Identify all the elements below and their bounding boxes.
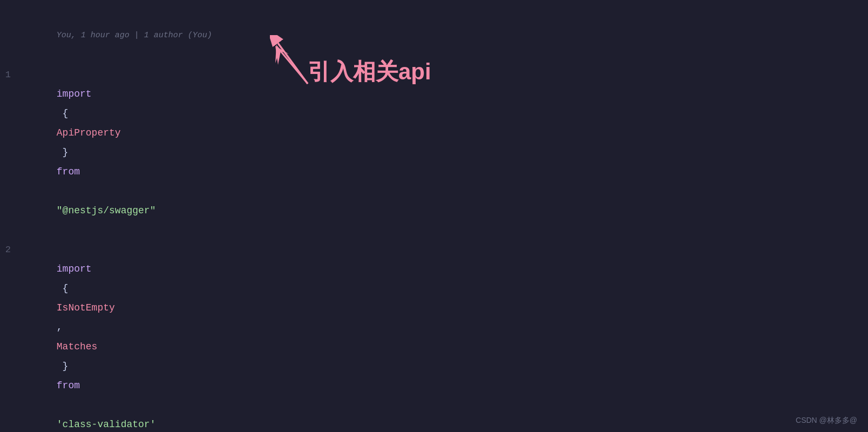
code-line-2: 2 import { IsNotEmpty , Matches } from '… bbox=[0, 240, 868, 432]
code-editor: You, 1 hour ago | 1 author (You) 1 impor… bbox=[0, 0, 868, 432]
blame-text-1: You, 1 hour ago | 1 author (You) bbox=[22, 5, 857, 65]
line-number-2: 2 bbox=[0, 240, 22, 260]
keyword-from-2: from bbox=[57, 380, 80, 391]
watermark: CSDN @林多多@ bbox=[796, 416, 857, 426]
brace-1: { bbox=[57, 108, 74, 119]
module-1: "@nestjs/swagger" bbox=[57, 205, 156, 216]
module-2: 'class-validator' bbox=[57, 419, 156, 430]
import-name-1: ApiProperty bbox=[57, 127, 121, 138]
git-blame-1: You, 1 hour ago | 1 author (You) bbox=[57, 31, 212, 40]
import-name-3: Matches bbox=[57, 341, 98, 352]
line-content-1: import { ApiProperty } from "@nestjs/swa… bbox=[22, 65, 857, 240]
brace-3: { bbox=[57, 283, 74, 294]
line-number-1: 1 bbox=[0, 65, 22, 85]
code-line-1: 1 import { ApiProperty } from "@nestjs/s… bbox=[0, 65, 868, 240]
space-1 bbox=[57, 186, 63, 197]
brace-4: , bbox=[57, 322, 69, 333]
brace-5: } bbox=[57, 361, 74, 372]
keyword-from-1: from bbox=[57, 166, 80, 177]
space-2 bbox=[57, 400, 63, 410]
import-name-2: IsNotEmpty bbox=[57, 302, 115, 313]
keyword-import-2: import bbox=[57, 264, 92, 274]
line-content-2: import { IsNotEmpty , Matches } from 'cl… bbox=[22, 240, 857, 432]
blame-line-1: You, 1 hour ago | 1 author (You) bbox=[0, 5, 868, 65]
keyword-import-1: import bbox=[57, 89, 92, 99]
brace-2: } bbox=[57, 147, 74, 158]
